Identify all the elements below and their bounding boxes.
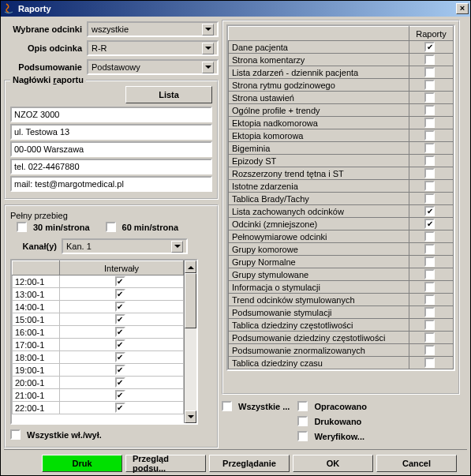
interval-row[interactable]: 12:00-1 (13, 275, 184, 288)
report-row[interactable]: Istotne zdarzenia (229, 180, 454, 193)
report-row[interactable]: Rozszerzony trend tętna i ST (229, 167, 454, 180)
intervals-scrollbar[interactable] (184, 260, 196, 423)
report-check-cell[interactable] (409, 180, 454, 193)
report-row[interactable]: Podsumowanie znormalizowanych (229, 344, 454, 357)
interval-row[interactable]: 16:00-1 (13, 326, 184, 339)
interval-check-cell[interactable] (60, 377, 184, 389)
interval-check-cell[interactable] (60, 351, 184, 364)
report-row[interactable]: Strona ustawień (229, 92, 454, 104)
interval-row[interactable]: 20:00-1 (13, 377, 184, 389)
report-check-cell[interactable] (409, 306, 454, 319)
opis-dropdown[interactable]: R-R (87, 40, 219, 56)
naglowki-field-2[interactable]: 00-000 Warszawa (10, 141, 212, 157)
opracowano-checkbox[interactable]: Opracowano (297, 401, 367, 411)
report-check-cell[interactable] (409, 155, 454, 167)
przegladanie-button[interactable]: Przeglądanie (209, 455, 290, 472)
report-row[interactable]: Ektopia nadkomorowa (229, 117, 454, 129)
report-check-cell[interactable] (409, 129, 454, 142)
reports-col-name[interactable] (229, 27, 409, 41)
opt30-checkbox[interactable]: 30 min/strona (17, 222, 90, 232)
interval-row[interactable]: 17:00-1 (13, 339, 184, 351)
report-row[interactable]: Ektopia komorowa (229, 129, 454, 142)
scroll-thumb[interactable] (185, 273, 196, 328)
report-check-cell[interactable] (409, 332, 454, 344)
report-check-cell[interactable] (409, 41, 454, 54)
report-row[interactable]: Podsumowanie dziedziny częstotliwości (229, 332, 454, 344)
drukowano-checkbox[interactable]: Drukowano (297, 416, 367, 426)
report-check-cell[interactable] (409, 66, 454, 79)
interval-check-cell[interactable] (60, 389, 184, 402)
report-row[interactable]: Strona rytmu godzinowego (229, 79, 454, 92)
interval-row[interactable]: 22:00-1 (13, 402, 184, 414)
scroll-down-icon[interactable] (185, 410, 196, 423)
report-check-cell[interactable] (409, 167, 454, 180)
report-row[interactable]: Tablica dziedziny czasu (229, 357, 454, 369)
lista-button[interactable]: Lista (125, 86, 212, 103)
report-check-cell[interactable] (409, 268, 454, 281)
report-row[interactable]: Podsumowanie stymulacji (229, 306, 454, 319)
naglowki-field-0[interactable]: NZOZ 3000 (10, 107, 212, 122)
report-check-cell[interactable] (409, 357, 454, 369)
report-check-cell[interactable] (409, 344, 454, 357)
interval-check-cell[interactable] (60, 402, 184, 414)
scroll-track[interactable] (185, 273, 196, 410)
report-row[interactable]: Informacja o stymulacji (229, 281, 454, 294)
wybrane-dropdown[interactable]: wszystkie (87, 21, 219, 37)
report-check-cell[interactable] (409, 117, 454, 129)
report-row[interactable]: Tablica Brady/Tachy (229, 193, 454, 205)
wszystkie-wlwyl-checkbox[interactable]: Wszystkie wł./wył. (10, 429, 102, 440)
interval-check-cell[interactable] (60, 275, 184, 288)
report-row[interactable]: Grupy stymulowane (229, 268, 454, 281)
report-row[interactable]: Trend odcinków stymulowanych (229, 294, 454, 306)
ok-button[interactable]: OK (293, 455, 373, 472)
interval-check-cell[interactable] (60, 288, 184, 301)
interval-row[interactable]: 21:00-1 (13, 389, 184, 402)
report-row[interactable]: Lista zdarzeń - dziennik pacjenta (229, 66, 454, 79)
report-check-cell[interactable] (409, 92, 454, 104)
przeglad-button[interactable]: Przegląd podsu... (125, 455, 206, 472)
druk-button[interactable]: Druk (42, 455, 122, 472)
report-check-cell[interactable] (409, 79, 454, 92)
report-row[interactable]: Pełnowymiarowe odcinki (229, 231, 454, 243)
wszystkie-checkbox[interactable]: Wszystkie ... (222, 401, 290, 411)
report-check-cell[interactable] (409, 319, 454, 332)
weryfikow-checkbox[interactable]: Weryfikow... (297, 431, 367, 441)
report-check-cell[interactable] (409, 231, 454, 243)
report-check-cell[interactable] (409, 193, 454, 205)
report-check-cell[interactable] (409, 243, 454, 256)
report-check-cell[interactable] (409, 205, 454, 218)
report-row[interactable]: Bigeminia (229, 142, 454, 155)
scroll-up-icon[interactable] (185, 260, 196, 273)
report-row[interactable]: Ogólne profile + trendy (229, 104, 454, 117)
naglowki-field-3[interactable]: tel. 022-4467880 (10, 159, 212, 174)
report-check-cell[interactable] (409, 294, 454, 306)
interval-row[interactable]: 14:00-1 (13, 301, 184, 313)
report-row[interactable]: Grupy komorowe (229, 243, 454, 256)
report-check-cell[interactable] (409, 54, 454, 66)
interval-check-cell[interactable] (60, 313, 184, 326)
report-row[interactable]: Lista zachowanych odcinków (229, 205, 454, 218)
reports-col-header[interactable]: Raporty (409, 27, 454, 41)
interval-check-cell[interactable] (60, 339, 184, 351)
report-row[interactable]: Epizody ST (229, 155, 454, 167)
kanal-dropdown[interactable]: Kan. 1 (62, 238, 188, 254)
interval-row[interactable]: 13:00-1 (13, 288, 184, 301)
cancel-button[interactable]: Cancel (376, 455, 457, 472)
pods-dropdown[interactable]: Podstawowy (87, 59, 219, 75)
naglowki-field-1[interactable]: ul. Testowa 13 (10, 124, 212, 140)
close-icon[interactable]: × (456, 3, 469, 14)
naglowki-field-4[interactable]: mail: test@margotmedical.pl (10, 176, 212, 192)
report-check-cell[interactable] (409, 142, 454, 155)
interval-row[interactable]: 19:00-1 (13, 364, 184, 377)
report-check-cell[interactable] (409, 218, 454, 231)
interval-row[interactable]: 15:00-1 (13, 313, 184, 326)
report-check-cell[interactable] (409, 256, 454, 268)
interval-row[interactable]: 18:00-1 (13, 351, 184, 364)
interval-col-header[interactable]: Interwały (60, 261, 184, 275)
interval-check-cell[interactable] (60, 364, 184, 377)
report-row[interactable]: Tablica dziedziny częstotliwości (229, 319, 454, 332)
report-check-cell[interactable] (409, 281, 454, 294)
report-row[interactable]: Strona komentarzy (229, 54, 454, 66)
report-row[interactable]: Dane pacjenta (229, 41, 454, 54)
opt60-checkbox[interactable]: 60 min/strona (106, 222, 179, 232)
